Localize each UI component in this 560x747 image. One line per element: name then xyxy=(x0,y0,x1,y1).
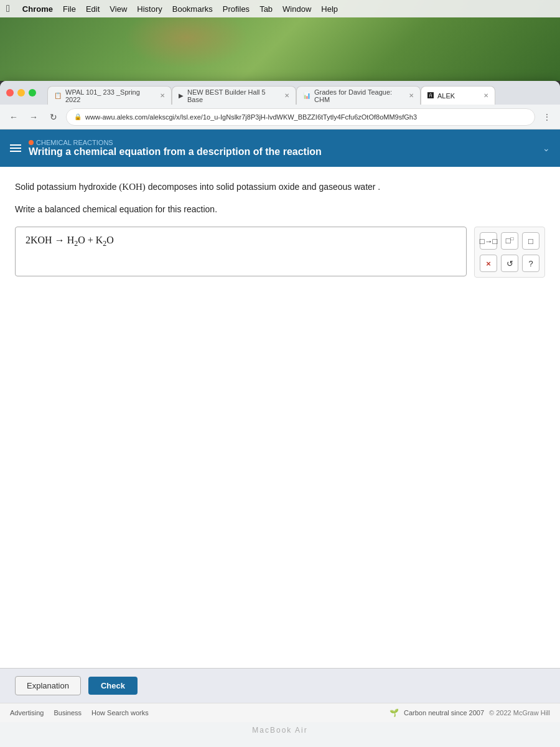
close-button[interactable] xyxy=(6,89,14,96)
macbook-label: MacBook Air xyxy=(252,726,307,735)
equation-area: 2KOH → H2O + K2O □→□ □□ □ xyxy=(15,227,545,278)
tab-close-best[interactable]: ✕ xyxy=(284,92,289,99)
tab-label-aleks: ALEK xyxy=(437,92,455,100)
aleks-subject: CHEMICAL REACTIONS xyxy=(29,139,535,146)
tab-label-wpal: WPAL 101_ 233 _Spring 2022 xyxy=(65,88,156,103)
menu-history[interactable]: History xyxy=(137,4,162,14)
lock-icon: 🔒 xyxy=(74,113,82,120)
tab-close-aleks[interactable]: ✕ xyxy=(483,92,488,99)
explanation-button[interactable]: Explanation xyxy=(15,676,81,695)
tab-icon-wpal: 📋 xyxy=(54,92,62,99)
tab-icon-grades: 📊 xyxy=(303,92,310,99)
chevron-down-icon[interactable]: ⌄ xyxy=(543,143,550,153)
formula-koh: (KOH) xyxy=(119,182,146,192)
page-footer: Explanation Check xyxy=(0,668,560,703)
help-icon: ? xyxy=(528,259,533,268)
tab-icon-aleks: 🅰 xyxy=(427,92,434,99)
extension-icons: ⋮ xyxy=(540,110,554,124)
blank-icon: □ xyxy=(528,237,533,246)
tab-close-wpal[interactable]: ✕ xyxy=(160,92,165,99)
subscript-button[interactable]: □→□ xyxy=(480,232,497,250)
tab-icon-best: ▶ xyxy=(179,92,184,99)
copyright-label: © 2022 McGraw Hill xyxy=(489,709,550,716)
subscript-icon: □→□ xyxy=(480,237,498,246)
tab-close-grades[interactable]: ✕ xyxy=(409,92,414,99)
menu-profiles[interactable]: Profiles xyxy=(223,4,250,14)
check-button[interactable]: Check xyxy=(88,677,138,695)
bottom-footer-right: 🌱 Carbon neutral since 2007 © 2022 McGra… xyxy=(390,708,550,717)
subject-dot xyxy=(29,140,34,145)
superscript-button[interactable]: □□ xyxy=(501,232,518,250)
menu-tab[interactable]: Tab xyxy=(259,4,273,14)
mac-menubar:  Chrome File Edit View History Bookmark… xyxy=(0,0,560,17)
menu-toggle[interactable] xyxy=(10,144,21,152)
address-bar-row: ← → ↻ 🔒 www-awu.aleks.com/alekscgi/x/lsl… xyxy=(0,105,560,129)
tab-label-grades: Grades for David Teague: CHM xyxy=(314,88,405,103)
business-link[interactable]: Business xyxy=(54,709,82,716)
address-bar[interactable]: 🔒 www-awu.aleks.com/alekscgi/x/lsl.exe/1… xyxy=(66,108,535,126)
help-button[interactable]: ? xyxy=(522,255,539,272)
tab-aleks[interactable]: 🅰 ALEK ✕ xyxy=(421,86,495,105)
menu-file[interactable]: File xyxy=(63,4,76,14)
menu-chrome[interactable]: Chrome xyxy=(22,4,53,14)
menu-bookmarks[interactable]: Bookmarks xyxy=(172,4,213,14)
minimize-button[interactable] xyxy=(17,89,25,96)
url-text: www-awu.aleks.com/alekscgi/x/lsl.exe/1o_… xyxy=(85,113,417,121)
aleks-header-text: CHEMICAL REACTIONS Writing a chemical eq… xyxy=(29,139,535,157)
tab-label-best: NEW BEST Builder Hall 5 Base xyxy=(187,88,281,103)
hamburger-line-1 xyxy=(10,144,21,146)
advertising-link[interactable]: Advertising xyxy=(10,709,44,716)
carbon-label: Carbon neutral since 2007 xyxy=(404,709,484,716)
times-icon: × xyxy=(486,259,491,268)
menu-edit[interactable]: Edit xyxy=(86,4,100,14)
undo-button[interactable]: ↺ xyxy=(501,255,518,272)
tool-panel: □→□ □□ □ × ↺ xyxy=(474,227,545,278)
refresh-button[interactable]: ↻ xyxy=(46,110,61,125)
menu-view[interactable]: View xyxy=(110,4,127,14)
bottom-footer-links: Advertising Business How Search works xyxy=(10,709,149,716)
tab-grades[interactable]: 📊 Grades for David Teague: CHM ✕ xyxy=(296,86,421,105)
apple-menu[interactable]:  xyxy=(6,3,10,14)
maximize-button[interactable] xyxy=(29,89,36,96)
blank-button[interactable]: □ xyxy=(522,232,539,250)
tool-row-2: × ↺ ? xyxy=(480,255,539,272)
forward-button[interactable]: → xyxy=(26,110,41,125)
equation-text: 2KOH → H2O + K2O xyxy=(26,235,114,245)
bottom-footer: Advertising Business How Search works 🌱 … xyxy=(0,703,560,722)
hamburger-line-3 xyxy=(10,151,21,152)
undo-icon: ↺ xyxy=(506,259,513,268)
tool-row-1: □→□ □□ □ xyxy=(480,232,539,250)
carbon-icon: 🌱 xyxy=(390,708,399,717)
tab-bar: 📋 WPAL 101_ 233 _Spring 2022 ✕ ▶ NEW BES… xyxy=(47,81,554,105)
aleks-header: CHEMICAL REACTIONS Writing a chemical eq… xyxy=(0,129,560,167)
problem-description: Solid potassium hydroxide (KOH) decompos… xyxy=(15,179,545,194)
chrome-window: 📋 WPAL 101_ 233 _Spring 2022 ✕ ▶ NEW BES… xyxy=(0,81,560,747)
menu-window[interactable]: Window xyxy=(282,4,311,14)
tab-wpal[interactable]: 📋 WPAL 101_ 233 _Spring 2022 ✕ xyxy=(47,86,172,105)
how-search-link[interactable]: How Search works xyxy=(91,709,149,716)
times-button[interactable]: × xyxy=(480,255,497,272)
back-button[interactable]: ← xyxy=(6,110,21,125)
ext-icon-1[interactable]: ⋮ xyxy=(540,110,554,124)
hamburger-line-2 xyxy=(10,148,21,149)
menu-help[interactable]: Help xyxy=(321,4,338,14)
main-content: Solid potassium hydroxide (KOH) decompos… xyxy=(0,167,560,668)
tab-best[interactable]: ▶ NEW BEST Builder Hall 5 Base ✕ xyxy=(172,86,296,105)
traffic-lights xyxy=(6,89,36,96)
subject-label: CHEMICAL REACTIONS xyxy=(36,139,113,146)
problem-instruction: Write a balanced chemical equation for t… xyxy=(15,204,545,214)
equation-input-box[interactable]: 2KOH → H2O + K2O xyxy=(15,227,467,276)
superscript-icon: □□ xyxy=(506,236,514,245)
page-content: CHEMICAL REACTIONS Writing a chemical eq… xyxy=(0,129,560,722)
chrome-titlebar: 📋 WPAL 101_ 233 _Spring 2022 ✕ ▶ NEW BES… xyxy=(0,81,560,105)
aleks-title: Writing a chemical equation from a descr… xyxy=(29,146,535,157)
